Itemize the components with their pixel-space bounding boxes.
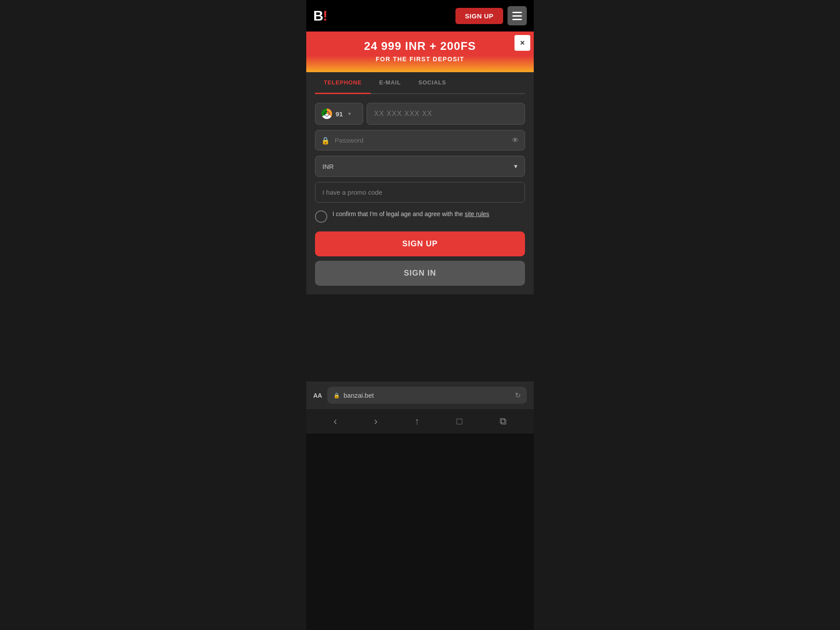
eye-icon[interactable]: 👁 [512,136,519,144]
signin-button[interactable]: SIGN IN [315,261,525,286]
tab-socials[interactable]: SOCIALS [410,72,455,94]
tab-telephone[interactable]: TELEPHONE [315,72,371,94]
phone-row: 91 ▾ [315,103,525,125]
forward-button[interactable]: › [374,415,378,427]
hamburger-line [512,15,522,17]
promo-main-text: 24 999 INR + 200FS [315,39,525,53]
promo-code-input[interactable] [315,182,525,203]
tab-email[interactable]: E-MAIL [371,72,410,94]
chevron-down-icon: ▾ [514,162,518,170]
logo: B! [313,8,327,24]
reload-icon[interactable]: ↻ [515,391,521,399]
browser-bar: AA 🔒 banzai.bet ↻ [306,382,534,409]
logo-exclaim: ! [323,8,327,24]
top-bar: B! SIGN UP [306,0,534,32]
hamburger-menu-button[interactable] [508,6,527,25]
age-confirmation-text: I confirm that I'm of legal age and agre… [332,210,489,219]
country-code: 91 [336,110,343,118]
registration-form: TELEPHONE E-MAIL SOCIALS 91 ▾ 🔒 👁 [306,72,534,294]
promo-sub-text: FOR THE FIRST DEPOSIT [315,56,525,63]
signup-button-main[interactable]: SIGN UP [315,231,525,256]
country-selector[interactable]: 91 ▾ [315,103,363,125]
hamburger-line [512,19,522,20]
password-wrapper: 🔒 👁 [315,130,525,150]
bookmarks-button[interactable]: □ [457,416,462,427]
url-bar[interactable]: 🔒 banzai.bet ↻ [327,387,527,404]
back-button[interactable]: ‹ [333,415,337,427]
password-input[interactable] [315,130,525,150]
url-text: banzai.bet [343,392,511,399]
close-button[interactable]: × [514,35,530,51]
india-flag-icon [322,108,332,119]
age-confirmation-checkbox[interactable] [315,210,327,223]
lock-icon: 🔒 [321,136,330,144]
hamburger-line [512,12,522,13]
age-confirmation-row: I confirm that I'm of legal age and agre… [315,210,525,223]
phone-input[interactable] [367,103,525,125]
currency-selector[interactable]: INR ▾ [315,156,525,177]
font-size-control[interactable]: AA [313,392,322,399]
registration-tabs: TELEPHONE E-MAIL SOCIALS [315,72,525,94]
tabs-button[interactable]: ⧉ [500,416,507,427]
site-rules-link[interactable]: site rules [465,210,489,217]
secure-lock-icon: 🔒 [333,392,340,399]
promo-banner: × 24 999 INR + 200FS FOR THE FIRST DEPOS… [306,32,534,72]
currency-value: INR [322,163,334,170]
share-button[interactable]: ↑ [415,416,420,427]
browser-nav-bar: ‹ › ↑ □ ⧉ [306,409,534,434]
top-bar-actions: SIGN UP [455,6,527,25]
signup-button-top[interactable]: SIGN UP [455,8,503,24]
chevron-down-icon: ▾ [348,111,351,117]
page-content: × 24 999 INR + 200FS FOR THE FIRST DEPOS… [306,32,534,382]
